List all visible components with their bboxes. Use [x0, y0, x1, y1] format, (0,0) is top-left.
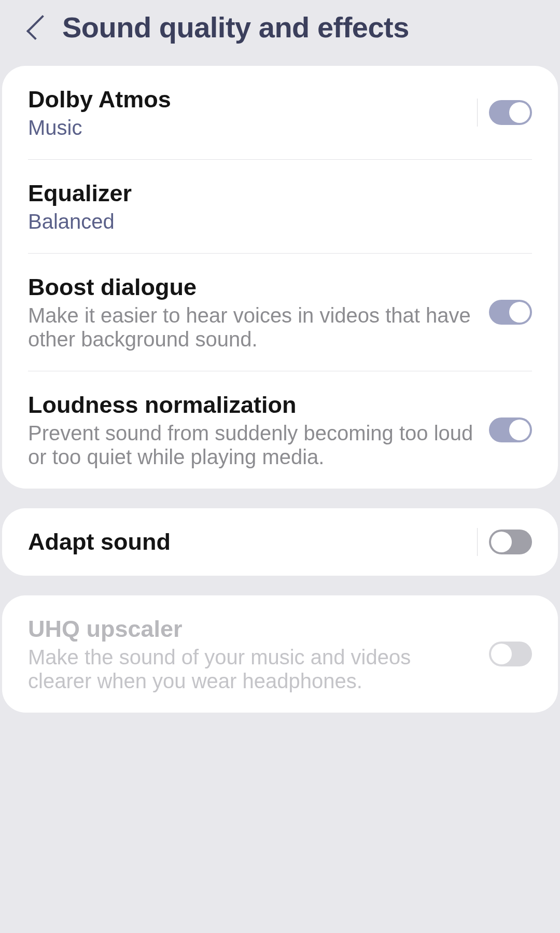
dolby-atmos-controls — [477, 99, 532, 127]
toggle-knob — [491, 532, 512, 552]
loudness-description: Prevent sound from suddenly becoming too… — [28, 421, 473, 469]
uhq-upscaler-controls — [489, 642, 532, 666]
back-button[interactable] — [26, 13, 47, 41]
vertical-divider — [477, 99, 478, 127]
boost-dialogue-row[interactable]: Boost dialogue Make it easier to hear vo… — [28, 254, 532, 371]
uhq-upscaler-description: Make the sound of your music and videos … — [28, 645, 473, 693]
adapt-sound-toggle[interactable] — [489, 530, 532, 554]
boost-dialogue-toggle[interactable] — [489, 300, 532, 325]
boost-dialogue-text: Boost dialogue Make it easier to hear vo… — [28, 273, 489, 351]
adapt-sound-controls — [477, 528, 532, 556]
settings-card-adapt: Adapt sound — [2, 508, 558, 576]
loudness-text: Loudness normalization Prevent sound fro… — [28, 391, 489, 469]
loudness-toggle[interactable] — [489, 417, 532, 442]
page-title: Sound quality and effects — [62, 10, 409, 44]
equalizer-row[interactable]: Equalizer Balanced — [28, 160, 532, 254]
toggle-knob — [509, 302, 530, 323]
header: Sound quality and effects — [0, 0, 560, 60]
dolby-atmos-title: Dolby Atmos — [28, 86, 461, 114]
boost-dialogue-title: Boost dialogue — [28, 273, 473, 301]
loudness-title: Loudness normalization — [28, 391, 473, 419]
loudness-controls — [489, 417, 532, 442]
uhq-upscaler-toggle — [489, 642, 532, 666]
equalizer-title: Equalizer — [28, 179, 516, 207]
adapt-sound-title: Adapt sound — [28, 528, 461, 556]
uhq-upscaler-title: UHQ upscaler — [28, 615, 473, 643]
toggle-knob — [491, 644, 512, 664]
dolby-atmos-subtitle: Music — [28, 116, 461, 140]
toggle-knob — [509, 420, 530, 440]
vertical-divider — [477, 528, 478, 556]
dolby-atmos-toggle[interactable] — [489, 100, 532, 125]
uhq-upscaler-row: UHQ upscaler Make the sound of your musi… — [28, 595, 532, 713]
settings-card-main: Dolby Atmos Music Equalizer Balanced Boo… — [2, 66, 558, 489]
chevron-left-icon — [26, 15, 51, 39]
equalizer-text: Equalizer Balanced — [28, 179, 532, 233]
adapt-sound-text: Adapt sound — [28, 528, 477, 556]
equalizer-subtitle: Balanced — [28, 210, 516, 233]
settings-card-uhq: UHQ upscaler Make the sound of your musi… — [2, 595, 558, 713]
dolby-atmos-row[interactable]: Dolby Atmos Music — [28, 66, 532, 160]
adapt-sound-row[interactable]: Adapt sound — [28, 508, 532, 576]
boost-dialogue-description: Make it easier to hear voices in videos … — [28, 303, 473, 351]
uhq-upscaler-text: UHQ upscaler Make the sound of your musi… — [28, 615, 489, 693]
dolby-atmos-text: Dolby Atmos Music — [28, 86, 477, 140]
boost-dialogue-controls — [489, 300, 532, 325]
loudness-row[interactable]: Loudness normalization Prevent sound fro… — [28, 371, 532, 489]
toggle-knob — [509, 102, 530, 123]
